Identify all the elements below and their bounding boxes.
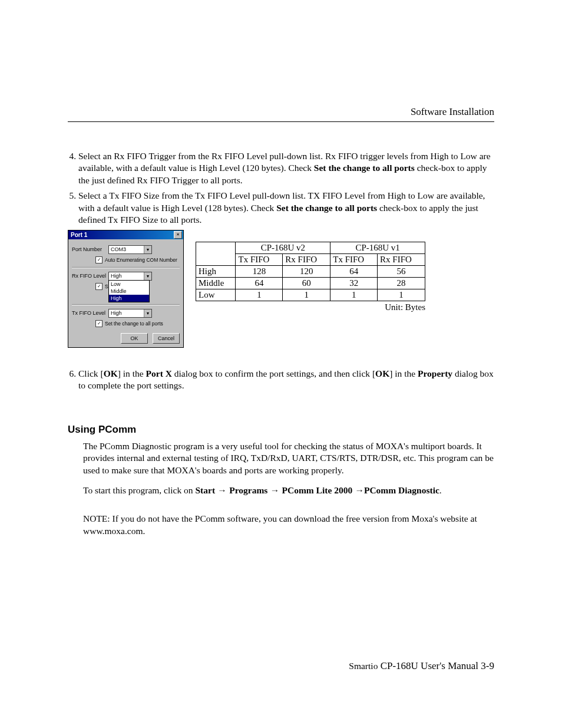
page-footer: Smartio CP-168U User's Manual 3-9 — [349, 660, 494, 672]
col-group-v2: CP-168U v2 — [236, 242, 330, 253]
t: ] in the — [389, 368, 418, 378]
t: Start — [195, 485, 215, 495]
table-row: Middle 64 60 32 28 — [196, 277, 425, 289]
rx-option-high[interactable]: High — [109, 295, 149, 302]
t: PComm Diagnostic — [364, 485, 439, 495]
cell: 1 — [283, 289, 330, 301]
port-dialog: Port 1 × Port Number COM3 ▼ ✓ Auto Enume… — [68, 230, 184, 348]
t: Property — [418, 368, 452, 378]
fifo-table-wrapper: CP-168U v2 CP-168U v1 Tx FIFO Rx FIFO Tx… — [196, 230, 425, 312]
chevron-down-icon[interactable]: ▼ — [144, 246, 151, 253]
cell: 1 — [236, 289, 283, 301]
t: dialog box to confirm the port settings,… — [172, 368, 375, 378]
auto-enum-checkbox[interactable]: ✓ — [95, 256, 103, 263]
t: Programs — [229, 485, 267, 495]
tx-fifo-label: Tx FIFO Level — [72, 310, 108, 316]
dialog-titlebar: Port 1 × — [68, 230, 183, 239]
cell: 28 — [378, 277, 425, 289]
step-6: Click [OK] in the Port X dialog box to c… — [78, 368, 494, 392]
step-5: Select a Tx FIFO Size from the Tx FIFO L… — [78, 190, 494, 226]
subcol-0: Tx FIFO — [236, 253, 283, 265]
close-icon[interactable]: × — [174, 231, 182, 239]
cell: 64 — [236, 277, 283, 289]
rx-option-low[interactable]: Low — [109, 281, 149, 288]
table-row: Low 1 1 1 1 — [196, 289, 425, 301]
subcol-1: Rx FIFO — [283, 253, 330, 265]
ok-button[interactable]: OK — [121, 333, 148, 344]
table-unit: Unit: Bytes — [196, 302, 425, 312]
port-number-select[interactable]: COM3 ▼ — [108, 245, 152, 254]
rx-fifo-value: High — [109, 272, 144, 280]
cell: 128 — [236, 265, 283, 277]
dialog-title: Port 1 — [71, 232, 87, 238]
fifo-table: CP-168U v2 CP-168U v1 Tx FIFO Rx FIFO Tx… — [196, 242, 425, 301]
t: PComm Lite 2000 — [282, 485, 352, 495]
tx-fifo-select[interactable]: High ▼ — [108, 309, 152, 318]
tx-fifo-value: High — [109, 309, 144, 317]
t: To start this program, click on — [83, 485, 195, 495]
footer-smartio: Smartio — [349, 661, 378, 671]
footer-rest: CP-168U User's Manual 3-9 — [378, 660, 494, 671]
tx-set-all-checkbox[interactable]: ✓ — [95, 320, 103, 327]
pcomm-para1: The PComm Diagnostic program is a very u… — [83, 440, 494, 476]
row-high-label: High — [196, 265, 236, 277]
t: ] in the — [118, 368, 146, 378]
table-row: High 128 120 64 56 — [196, 265, 425, 277]
arrow-icon: → — [267, 485, 282, 495]
t: Click [ — [78, 368, 104, 378]
col-group-v1: CP-168U v1 — [330, 242, 425, 253]
rx-fifo-dropdown-list[interactable]: Low Middle High — [108, 280, 150, 302]
page-header: Software Installation — [68, 106, 494, 122]
rx-fifo-select[interactable]: High ▼ — [108, 272, 152, 281]
port-number-value: COM3 — [109, 246, 144, 253]
arrow-icon: → — [215, 485, 229, 495]
arrow-icon: → — [352, 485, 364, 495]
t: OK — [375, 368, 389, 378]
cell: 56 — [378, 265, 425, 277]
pcomm-para2: To start this program, click on Start → … — [83, 485, 494, 496]
step5-bold: Set the change to all ports — [276, 203, 377, 213]
step4-bold: Set the change to all ports — [314, 163, 415, 173]
rx-fifo-label: Rx FIFO Level — [72, 273, 108, 279]
cell: 1 — [330, 289, 378, 301]
pcomm-note: NOTE: If you do not have the PComm softw… — [83, 513, 494, 537]
row-low-label: Low — [196, 289, 236, 301]
cell: 32 — [330, 277, 378, 289]
subcol-3: Rx FIFO — [378, 253, 425, 265]
subcol-2: Tx FIFO — [330, 253, 378, 265]
cell: 64 — [330, 265, 378, 277]
t: . — [439, 485, 442, 495]
cell: 60 — [283, 277, 330, 289]
step-4: Select an Rx FIFO Trigger from the Rx FI… — [78, 150, 494, 186]
rx-set-all-checkbox[interactable]: ✓ — [95, 283, 103, 290]
t: Port X — [146, 368, 172, 378]
section-heading: Using PComm — [68, 424, 494, 436]
rx-option-middle[interactable]: Middle — [109, 288, 149, 295]
cell: 120 — [283, 265, 330, 277]
t: OK — [104, 368, 118, 378]
tx-set-all-label: Set the change to all ports — [105, 321, 163, 327]
chevron-down-icon[interactable]: ▼ — [144, 309, 151, 317]
chevron-down-icon[interactable]: ▼ — [144, 272, 151, 280]
auto-enum-label: Auto Enumerating COM Number — [105, 257, 177, 263]
row-middle-label: Middle — [196, 277, 236, 289]
cancel-button[interactable]: Cancel — [153, 333, 180, 344]
port-number-label: Port Number — [72, 246, 108, 252]
cell: 1 — [378, 289, 425, 301]
